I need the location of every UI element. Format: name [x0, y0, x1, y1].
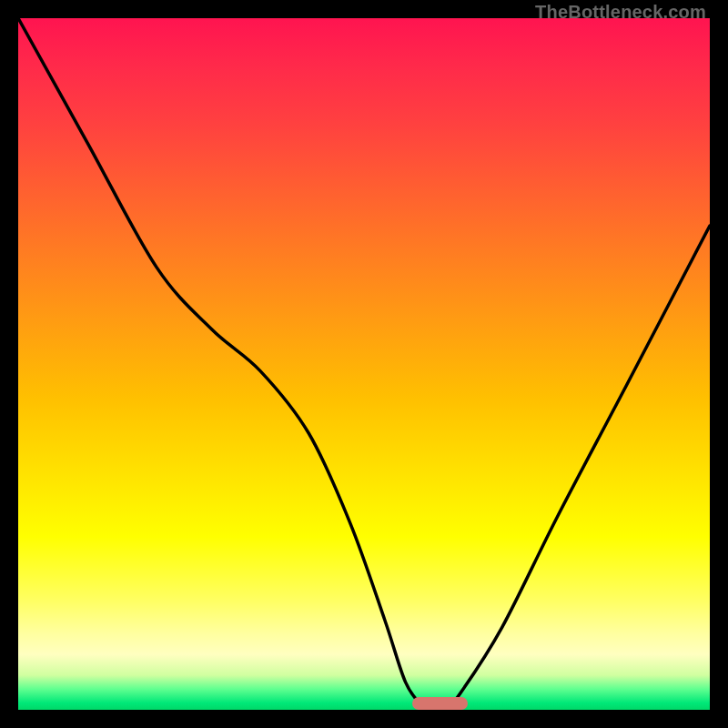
chart-frame: TheBottleneck.com	[0, 0, 728, 728]
plot-area	[18, 18, 710, 710]
sweet-spot-marker	[412, 697, 468, 710]
bottleneck-curve	[18, 18, 710, 710]
